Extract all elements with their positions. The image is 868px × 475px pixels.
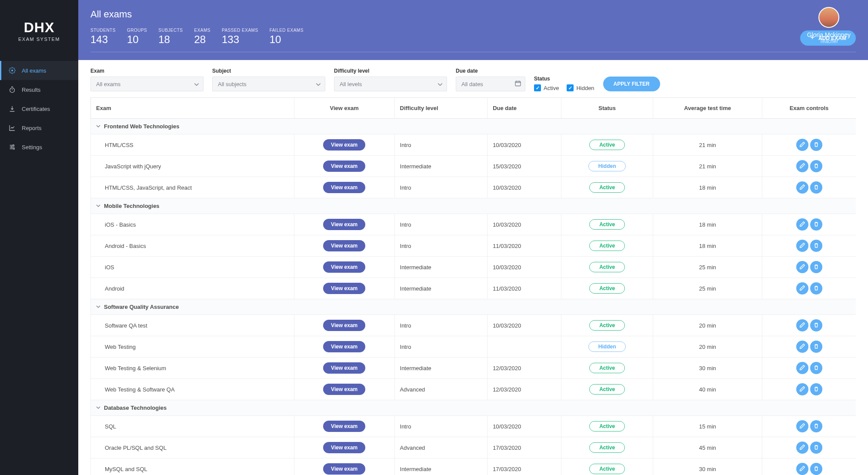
view-exam-button[interactable]: View exam <box>323 362 365 374</box>
edit-button[interactable] <box>796 261 808 273</box>
exam-select[interactable]: All exams <box>90 77 204 91</box>
status-active-checkbox[interactable]: ✓ Active <box>534 84 559 91</box>
edit-button[interactable] <box>796 341 808 353</box>
delete-button[interactable] <box>810 319 822 331</box>
filter-bar: Exam All exams Subject All subjects Diff… <box>78 60 868 97</box>
trash-icon <box>813 184 819 191</box>
group-row[interactable]: Database Technologies <box>91 400 856 416</box>
delete-button[interactable] <box>810 282 822 294</box>
view-exam-button[interactable]: View exam <box>323 261 365 273</box>
avg-time-cell: 18 min <box>653 177 762 198</box>
view-exam-button[interactable]: View exam <box>323 283 365 294</box>
trash-icon <box>813 322 819 329</box>
group-row[interactable]: Mobile Technologies <box>91 198 856 214</box>
edit-button[interactable] <box>796 160 808 172</box>
due-date-cell: 10/03/2020 <box>487 416 561 437</box>
delete-button[interactable] <box>810 463 822 475</box>
view-exam-button[interactable]: View exam <box>323 219 365 230</box>
edit-button[interactable] <box>796 319 808 331</box>
exam-name-cell: Web Testing <box>91 336 294 358</box>
view-exam-button[interactable]: View exam <box>323 182 365 193</box>
edit-button[interactable] <box>796 420 808 432</box>
group-row[interactable]: Frontend Web Technologies <box>91 119 856 134</box>
edit-button[interactable] <box>796 362 808 374</box>
view-exam-button[interactable]: View exam <box>323 240 365 251</box>
edit-button[interactable] <box>796 282 808 294</box>
gear-plus-icon <box>9 67 16 74</box>
edit-button[interactable] <box>796 218 808 231</box>
difficulty-select-value: All levels <box>340 81 362 87</box>
table-row: Software QA testView examIntro10/03/2020… <box>91 315 856 336</box>
avg-time-cell: 45 min <box>653 437 762 458</box>
pencil-icon <box>799 163 805 170</box>
trash-icon <box>813 444 819 452</box>
delete-button[interactable] <box>810 218 822 231</box>
delete-button[interactable] <box>810 261 822 273</box>
apply-filter-label: APPLY FILTER <box>614 81 650 87</box>
due-date-cell: 10/03/2020 <box>487 214 561 235</box>
view-exam-button[interactable]: View exam <box>323 442 365 453</box>
edit-button[interactable] <box>796 442 808 454</box>
view-exam-button[interactable]: View exam <box>323 463 365 475</box>
exam-name-cell: Android <box>91 278 294 299</box>
sidebar-item-reports[interactable]: Reports <box>0 118 78 137</box>
sidebar-item-settings[interactable]: Settings <box>0 137 78 157</box>
table-row: Android - BasicsView examIntro11/03/2020… <box>91 235 856 257</box>
status-badge: Active <box>589 464 625 474</box>
avatar <box>818 7 839 28</box>
apply-filter-button[interactable]: APPLY FILTER <box>603 77 660 91</box>
user-role: Teacher <box>807 38 851 44</box>
table-row: Web TestingView examIntroHidden20 min <box>91 336 856 358</box>
edit-button[interactable] <box>796 463 808 475</box>
nav-label: Reports <box>22 125 42 131</box>
delete-button[interactable] <box>810 362 822 374</box>
sidebar-item-certificates[interactable]: Certificates <box>0 99 78 118</box>
delete-button[interactable] <box>810 160 822 172</box>
group-row[interactable]: Software Quality Assurance <box>91 299 856 315</box>
stat-value: 143 <box>90 33 116 46</box>
due-date-cell <box>487 336 561 358</box>
pencil-icon <box>799 221 805 228</box>
view-exam-button[interactable]: View exam <box>323 161 365 172</box>
user-profile[interactable]: Gloria Mckinney Teacher <box>807 7 851 44</box>
avg-time-cell: 40 min <box>653 379 762 400</box>
edit-button[interactable] <box>796 240 808 252</box>
pencil-icon <box>799 365 805 372</box>
stat-label: PASSED EXAMS <box>222 28 258 33</box>
edit-button[interactable] <box>796 383 808 395</box>
delete-button[interactable] <box>810 442 822 454</box>
subject-select[interactable]: All subjects <box>212 77 325 91</box>
delete-button[interactable] <box>810 181 822 194</box>
view-exam-button[interactable]: View exam <box>323 341 365 352</box>
edit-button[interactable] <box>796 181 808 194</box>
delete-button[interactable] <box>810 420 822 432</box>
table-row: Web Testing & SeleniumView examIntermedi… <box>91 358 856 379</box>
check-icon: ✓ <box>567 84 574 91</box>
delete-button[interactable] <box>810 240 822 252</box>
trash-icon <box>813 141 819 149</box>
status-badge: Active <box>589 363 625 373</box>
view-exam-button[interactable]: View exam <box>323 421 365 432</box>
delete-button[interactable] <box>810 383 822 395</box>
avg-time-cell: 25 min <box>653 257 762 278</box>
difficulty-cell: Intro <box>394 214 487 235</box>
pencil-icon <box>799 285 805 292</box>
delete-button[interactable] <box>810 341 822 353</box>
difficulty-cell: Advanced <box>394 437 487 458</box>
difficulty-select[interactable]: All levels <box>334 77 447 91</box>
due-date-input[interactable]: All dates <box>456 77 525 91</box>
view-exam-button[interactable]: View exam <box>323 139 365 151</box>
view-exam-button[interactable]: View exam <box>323 384 365 395</box>
edit-button[interactable] <box>796 139 808 151</box>
header: All exams Gloria Mckinney Teacher STUDEN… <box>78 0 868 60</box>
status-badge: Hidden <box>588 341 626 352</box>
sidebar-item-results[interactable]: Results <box>0 80 78 99</box>
status-hidden-checkbox[interactable]: ✓ Hidden <box>567 84 594 91</box>
view-exam-button[interactable]: View exam <box>323 320 365 331</box>
delete-button[interactable] <box>810 139 822 151</box>
exams-table-wrap[interactable]: ExamView examDifficulty levelDue dateSta… <box>78 97 868 475</box>
pencil-icon <box>799 264 805 271</box>
logo-text: DHX <box>24 20 55 36</box>
status-badge: Active <box>589 283 625 294</box>
sidebar-item-all-exams[interactable]: All exams <box>0 61 78 80</box>
